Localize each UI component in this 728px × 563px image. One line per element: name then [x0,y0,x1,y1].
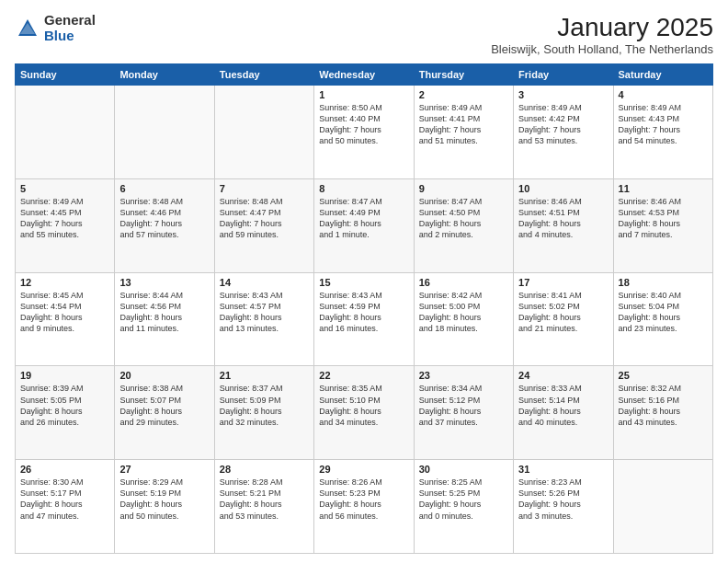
day-content: Sunrise: 8:37 AM Sunset: 5:09 PM Dayligh… [220,383,309,428]
day-cell: 18Sunrise: 8:40 AM Sunset: 5:04 PM Dayli… [613,272,712,366]
day-number: 16 [419,277,508,288]
location: Bleiswijk, South Holland, The Netherland… [491,42,713,56]
day-number: 8 [319,183,408,194]
svg-marker-1 [20,23,35,34]
day-number: 1 [319,89,408,100]
day-number: 6 [119,183,209,194]
day-cell: 2Sunrise: 8:49 AM Sunset: 4:41 PM Daylig… [414,86,513,179]
day-cell: 30Sunrise: 8:25 AM Sunset: 5:25 PM Dayli… [414,460,513,554]
logo-blue-text: Blue [44,29,96,44]
day-content: Sunrise: 8:44 AM Sunset: 4:56 PM Dayligh… [119,290,209,335]
logo: General Blue [15,13,96,43]
day-cell [16,86,115,179]
day-content: Sunrise: 8:49 AM Sunset: 4:42 PM Dayligh… [518,102,608,147]
day-number: 3 [518,89,608,100]
day-header-monday: Monday [115,64,214,86]
logo-icon [15,16,40,41]
day-content: Sunrise: 8:48 AM Sunset: 4:47 PM Dayligh… [220,196,309,241]
day-cell: 14Sunrise: 8:43 AM Sunset: 4:57 PM Dayli… [214,272,313,366]
day-number: 9 [419,183,508,194]
day-content: Sunrise: 8:38 AM Sunset: 5:07 PM Dayligh… [119,383,209,428]
day-cell: 31Sunrise: 8:23 AM Sunset: 5:26 PM Dayli… [514,460,613,554]
day-number: 19 [20,370,109,381]
day-cell: 28Sunrise: 8:28 AM Sunset: 5:21 PM Dayli… [214,460,313,554]
day-content: Sunrise: 8:50 AM Sunset: 4:40 PM Dayligh… [319,102,408,147]
day-cell [214,86,313,179]
day-content: Sunrise: 8:43 AM Sunset: 4:59 PM Dayligh… [319,290,408,335]
day-cell: 6Sunrise: 8:48 AM Sunset: 4:46 PM Daylig… [115,178,214,272]
day-content: Sunrise: 8:48 AM Sunset: 4:46 PM Dayligh… [119,196,209,241]
day-content: Sunrise: 8:23 AM Sunset: 5:26 PM Dayligh… [518,477,608,522]
day-content: Sunrise: 8:49 AM Sunset: 4:43 PM Dayligh… [619,102,708,147]
day-number: 11 [619,183,708,194]
title-area: January 2025 Bleiswijk, South Holland, T… [491,13,713,56]
day-cell: 19Sunrise: 8:39 AM Sunset: 5:05 PM Dayli… [16,366,115,460]
day-content: Sunrise: 8:45 AM Sunset: 4:54 PM Dayligh… [20,290,109,335]
day-header-tuesday: Tuesday [214,64,313,86]
day-content: Sunrise: 8:47 AM Sunset: 4:49 PM Dayligh… [319,196,408,241]
day-cell: 25Sunrise: 8:32 AM Sunset: 5:16 PM Dayli… [613,366,712,460]
day-cell: 1Sunrise: 8:50 AM Sunset: 4:40 PM Daylig… [314,86,414,179]
day-header-thursday: Thursday [414,64,513,86]
day-cell: 26Sunrise: 8:30 AM Sunset: 5:17 PM Dayli… [16,460,115,554]
day-cell: 8Sunrise: 8:47 AM Sunset: 4:49 PM Daylig… [314,178,414,272]
day-cell: 22Sunrise: 8:35 AM Sunset: 5:10 PM Dayli… [314,366,414,460]
day-number: 7 [220,183,309,194]
day-number: 21 [220,370,309,381]
day-header-friday: Friday [514,64,613,86]
day-cell: 16Sunrise: 8:42 AM Sunset: 5:00 PM Dayli… [414,272,513,366]
day-number: 13 [119,277,209,288]
day-cell: 9Sunrise: 8:47 AM Sunset: 4:50 PM Daylig… [414,178,513,272]
day-number: 2 [419,89,508,100]
day-number: 30 [419,464,508,475]
logo-general-text: General [44,13,96,29]
day-number: 18 [619,277,708,288]
day-number: 31 [518,464,608,475]
week-row-4: 19Sunrise: 8:39 AM Sunset: 5:05 PM Dayli… [16,366,713,460]
day-content: Sunrise: 8:41 AM Sunset: 5:02 PM Dayligh… [518,290,608,335]
day-number: 20 [119,370,209,381]
calendar: SundayMondayTuesdayWednesdayThursdayFrid… [15,63,713,554]
day-content: Sunrise: 8:34 AM Sunset: 5:12 PM Dayligh… [419,383,508,428]
day-content: Sunrise: 8:25 AM Sunset: 5:25 PM Dayligh… [419,477,508,522]
day-cell: 11Sunrise: 8:46 AM Sunset: 4:53 PM Dayli… [613,178,712,272]
day-number: 23 [419,370,508,381]
day-cell [115,86,214,179]
week-row-1: 1Sunrise: 8:50 AM Sunset: 4:40 PM Daylig… [16,86,713,179]
day-cell: 7Sunrise: 8:48 AM Sunset: 4:47 PM Daylig… [214,178,313,272]
week-row-5: 26Sunrise: 8:30 AM Sunset: 5:17 PM Dayli… [16,460,713,554]
day-content: Sunrise: 8:33 AM Sunset: 5:14 PM Dayligh… [518,383,608,428]
day-number: 27 [119,464,209,475]
logo-text: General Blue [44,13,96,43]
day-cell: 29Sunrise: 8:26 AM Sunset: 5:23 PM Dayli… [314,460,414,554]
day-number: 15 [319,277,408,288]
day-content: Sunrise: 8:46 AM Sunset: 4:51 PM Dayligh… [518,196,608,241]
day-content: Sunrise: 8:42 AM Sunset: 5:00 PM Dayligh… [419,290,508,335]
day-content: Sunrise: 8:43 AM Sunset: 4:57 PM Dayligh… [220,290,309,335]
day-cell: 4Sunrise: 8:49 AM Sunset: 4:43 PM Daylig… [613,86,712,179]
day-content: Sunrise: 8:49 AM Sunset: 4:41 PM Dayligh… [419,102,508,147]
day-content: Sunrise: 8:32 AM Sunset: 5:16 PM Dayligh… [619,383,708,428]
day-number: 26 [20,464,109,475]
day-number: 22 [319,370,408,381]
page: General Blue January 2025 Bleiswijk, Sou… [0,0,728,563]
day-number: 5 [20,183,109,194]
day-content: Sunrise: 8:28 AM Sunset: 5:21 PM Dayligh… [220,477,309,522]
day-cell: 20Sunrise: 8:38 AM Sunset: 5:07 PM Dayli… [115,366,214,460]
day-cell: 5Sunrise: 8:49 AM Sunset: 4:45 PM Daylig… [16,178,115,272]
header: General Blue January 2025 Bleiswijk, Sou… [15,13,713,56]
day-cell: 3Sunrise: 8:49 AM Sunset: 4:42 PM Daylig… [514,86,613,179]
day-cell: 12Sunrise: 8:45 AM Sunset: 4:54 PM Dayli… [16,272,115,366]
day-number: 25 [619,370,708,381]
day-cell: 23Sunrise: 8:34 AM Sunset: 5:12 PM Dayli… [414,366,513,460]
day-content: Sunrise: 8:46 AM Sunset: 4:53 PM Dayligh… [619,196,708,241]
month-title: January 2025 [491,13,713,42]
day-cell: 21Sunrise: 8:37 AM Sunset: 5:09 PM Dayli… [214,366,313,460]
day-cell: 15Sunrise: 8:43 AM Sunset: 4:59 PM Dayli… [314,272,414,366]
day-number: 24 [518,370,608,381]
day-content: Sunrise: 8:26 AM Sunset: 5:23 PM Dayligh… [319,477,408,522]
day-cell: 10Sunrise: 8:46 AM Sunset: 4:51 PM Dayli… [514,178,613,272]
day-number: 14 [220,277,309,288]
day-content: Sunrise: 8:40 AM Sunset: 5:04 PM Dayligh… [619,290,708,335]
day-cell [613,460,712,554]
